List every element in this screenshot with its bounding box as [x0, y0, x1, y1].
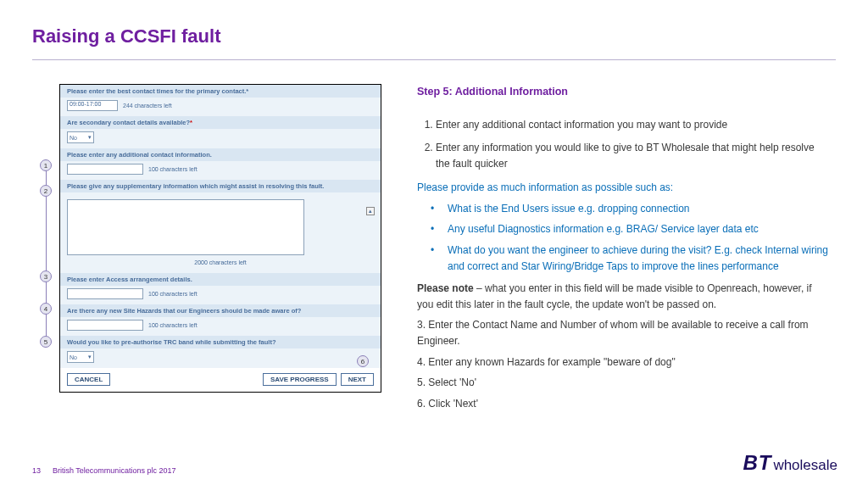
page-number: 13 — [32, 466, 41, 475]
page-title: Raising a CCSFI fault — [32, 25, 836, 47]
section-header-supplementary: Please give any supplementary informatio… — [60, 180, 381, 192]
section-body-contact-times: 09:00-17:00 244 characters left — [60, 98, 381, 116]
section-header-contact-times: Please enter the best contact times for … — [60, 85, 381, 98]
form-screenshot: 1 2 3 4 5 Please enter the best contact … — [59, 84, 381, 393]
next-button[interactable]: NEXT — [341, 373, 374, 386]
step-4: 4. Enter any known Hazards for example "… — [417, 354, 831, 371]
chars-left: 244 characters left — [123, 103, 172, 109]
callout-1: 1 — [40, 159, 52, 171]
footer: 13 British Telecommunications plc 2017 — [32, 466, 175, 475]
trc-select[interactable]: No▾ — [67, 351, 94, 363]
hazards-input[interactable] — [67, 320, 143, 331]
time-input[interactable]: 09:00-17:00 — [67, 100, 118, 111]
additional-input[interactable] — [67, 164, 143, 175]
ol-item-1: Enter any additional contact information… — [436, 117, 831, 133]
supplementary-textarea[interactable] — [67, 199, 304, 255]
section-body-trc: No▾ — [60, 348, 381, 368]
title-divider — [32, 59, 836, 60]
section-body-secondary: No▾ — [60, 129, 381, 148]
section-header-trc: Would you like to pre-authorise TRC band… — [60, 336, 381, 348]
section-header-hazards: Are there any new Site Hazards that our … — [60, 304, 381, 317]
logo-b: B — [743, 451, 756, 475]
logo-t: T — [759, 451, 771, 475]
chars-left: 100 characters left — [148, 322, 198, 328]
access-input[interactable] — [67, 288, 143, 299]
section-body-hazards: 100 characters left — [60, 317, 381, 336]
footer-text: British Telecommunications plc 2017 — [53, 466, 175, 475]
section-body-access: 100 characters left — [60, 286, 381, 304]
save-progress-button[interactable]: SAVE PROGRESS — [263, 373, 337, 386]
chars-left: 100 characters left — [148, 166, 198, 172]
chars-left: 2000 characters left — [67, 257, 374, 268]
ul-item-3: What do you want the engineer to achieve… — [426, 242, 831, 274]
scroll-up-icon[interactable]: ▴ — [366, 207, 375, 215]
ul-item-1: What is the End Users issue e.g. droppin… — [426, 201, 831, 217]
section-header-secondary: Are secondary contact details available?… — [60, 116, 381, 129]
ul-item-2: Any useful Diagnostics information e.g. … — [426, 221, 831, 237]
step-title: Step 5: Additional Information — [417, 84, 831, 100]
callout-5: 5 — [40, 336, 52, 348]
bt-wholesale-logo: B T wholesale — [743, 451, 837, 475]
note-strong: Please note — [417, 282, 474, 294]
section-header-access: Please enter Access arrangement details. — [60, 273, 381, 286]
ol-item-2: Enter any information you would like to … — [436, 140, 831, 171]
callout-2: 2 — [40, 185, 52, 197]
sub-lead: Please provide as much information as po… — [417, 180, 831, 196]
chars-left: 100 characters left — [148, 291, 198, 297]
callout-6: 6 — [357, 355, 369, 367]
section-body-supplementary: 2000 characters left — [60, 192, 381, 273]
cancel-button[interactable]: CANCEL — [67, 373, 110, 386]
logo-suffix: wholesale — [773, 457, 837, 474]
step-3: 3. Enter the Contact Name and Number of … — [417, 317, 831, 348]
explanation-panel: Step 5: Additional Information Enter any… — [417, 84, 836, 416]
section-body-additional: 100 characters left — [60, 161, 381, 180]
callout-3: 3 — [40, 270, 52, 282]
step-5: 5. Select 'No' — [417, 375, 831, 391]
secondary-select[interactable]: No▾ — [67, 131, 94, 143]
button-row: CANCEL SAVE PROGRESS NEXT — [60, 368, 381, 392]
note-paragraph: Please note – what you enter in this fie… — [417, 281, 831, 312]
callout-4: 4 — [40, 303, 52, 315]
step-6: 6. Click 'Next' — [417, 396, 831, 412]
section-header-additional: Please enter any additional contact info… — [60, 148, 381, 161]
